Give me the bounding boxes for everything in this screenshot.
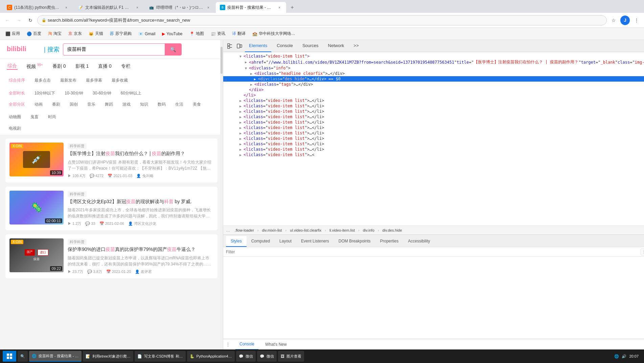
reload-button[interactable]: ↻ xyxy=(26,16,35,25)
expand-arrow-6[interactable]: ▶ xyxy=(250,83,254,86)
devtools-tab-sources[interactable]: Sources xyxy=(298,40,323,52)
filter-region-美食[interactable]: 美食 xyxy=(191,101,203,108)
filter-dur-all[interactable]: 全部时长 xyxy=(7,90,27,97)
expand-arrow-2[interactable]: ▶ xyxy=(245,60,249,64)
expand-arrow-5[interactable]: ▶ xyxy=(254,77,258,81)
menu-button[interactable]: ⋮ xyxy=(632,16,641,25)
bottom-tab-properties[interactable]: Properties xyxy=(375,236,404,247)
dom-line-14[interactable]: ▶ <li class="video-item list">…</li> xyxy=(223,125,644,130)
bookmark-hust[interactable]: 🏫 华中科技大学网络… xyxy=(250,29,298,38)
taskbar-item-search[interactable]: 🔍 xyxy=(18,351,28,362)
filter-input[interactable] xyxy=(226,250,638,254)
devtools-tab-elements[interactable]: Elements xyxy=(245,40,271,52)
start-button[interactable] xyxy=(3,351,16,362)
expand-arrow-13[interactable]: ▶ xyxy=(239,121,244,124)
filter-region-生活[interactable]: 生活 xyxy=(173,101,185,108)
devtools-settings-icon[interactable]: ⚙ xyxy=(642,41,644,51)
bili-nav-直播[interactable]: 直播 0 xyxy=(97,63,112,69)
expand-arrow-14[interactable]: ▶ xyxy=(239,126,244,130)
expand-arrow-15[interactable]: ▶ xyxy=(239,131,244,135)
dom-line-19[interactable]: ▶ <li class="video-item list">…< xyxy=(223,152,644,157)
filter-sort-收藏[interactable]: 最多收藏 xyxy=(110,77,130,84)
video-title-1[interactable]: 【医学博士】注射疫苗我们在怕什么？ | 疫苗的副作用？ xyxy=(68,150,213,157)
bili-nav-影视[interactable]: 影视 1 xyxy=(75,63,90,69)
bookmark-map[interactable]: 📍 地图 xyxy=(187,29,207,38)
taskbar-bilibili[interactable]: 🌐 疫苗科普 - 搜索结果 - … xyxy=(29,351,82,362)
expand-arrow-11[interactable]: ▶ xyxy=(239,110,244,113)
dom-line-11[interactable]: ▶ <li class="video-item list">…</li> xyxy=(223,109,644,114)
filter-region-音乐[interactable]: 音乐 xyxy=(85,101,97,108)
taskbar-wechat2[interactable]: 💬 微信 xyxy=(257,351,277,362)
dom-line-7[interactable]: ▶ </div> xyxy=(223,87,644,92)
tab-4[interactable]: B 疫苗科普 - 搜索结果 - 哔哩哔哩… × xyxy=(216,2,286,13)
filter-region-时尚[interactable]: 时尚 xyxy=(46,113,58,121)
dom-line-16[interactable]: ▶ <li class="video-item list">…</li> xyxy=(223,136,644,141)
tab-1[interactable]: C (11条消息) python爬虫实战(十)… × xyxy=(3,2,73,13)
bottom-tab-styles[interactable]: Styles xyxy=(226,236,247,247)
expand-arrow-18[interactable]: ▶ xyxy=(239,148,244,151)
bookmark-gmail[interactable]: 📧 Gmail xyxy=(136,29,158,38)
filter-region-数码[interactable]: 数码 xyxy=(156,101,168,108)
filter-sort-点击[interactable]: 最多点击 xyxy=(32,77,53,84)
dom-line-9[interactable]: ▶ <li class="video-item list">…</li> xyxy=(223,98,644,103)
filter-dur-10-30[interactable]: 10-30分钟 xyxy=(63,90,85,97)
forward-button[interactable]: → xyxy=(14,16,24,25)
new-tab-button[interactable]: + xyxy=(287,2,298,13)
filter-dur-60[interactable]: 60分钟以上 xyxy=(119,90,143,97)
filter-region-知识[interactable]: 知识 xyxy=(138,101,150,108)
filter-dur-30-60[interactable]: 30-60分钟 xyxy=(91,90,113,97)
filter-sort-综合[interactable]: 综合排序 xyxy=(7,77,27,84)
tab-4-close[interactable]: × xyxy=(277,5,282,10)
console-tab-active[interactable]: Console xyxy=(235,339,258,349)
bottom-tab-event-listeners[interactable]: Event Listeners xyxy=(296,236,334,247)
profile-button[interactable]: J xyxy=(620,16,630,25)
filter-region-鬼畜[interactable]: 鬼畜 xyxy=(28,113,41,121)
dom-line-1[interactable]: ▼ <li class="video-item list" > xyxy=(223,54,644,59)
bili-nav-番剧[interactable]: 番剧 0 xyxy=(52,63,67,69)
bookmark-tianmao[interactable]: 🐱 天猫 xyxy=(86,29,106,38)
bookmark-suning[interactable]: 苏 苏宁易购 xyxy=(107,29,134,38)
devtools-tab-network[interactable]: Network xyxy=(324,40,348,52)
console-drag-icon[interactable]: ⋮ xyxy=(226,342,233,347)
expand-arrow-1[interactable]: ▼ xyxy=(239,55,244,58)
taskbar-imgviewer[interactable]: 🖼 图片查看 xyxy=(278,351,304,362)
breadcrumb-div-des-hide[interactable]: div.des.hide xyxy=(380,228,404,233)
breadcrumb-ellipsis[interactable]: … xyxy=(226,228,230,233)
video-title-3[interactable]: 保护率90%的进口疫苗真的比保护率79%的国产疫苗牛逼么？ xyxy=(68,246,213,253)
dom-line-10[interactable]: ▶ <li class="video-item list">…</li> xyxy=(223,103,644,109)
expand-arrow-3[interactable]: ▼ xyxy=(245,66,249,70)
bili-nav-综合[interactable]: 综合 xyxy=(7,63,18,70)
video-title-2[interactable]: 【湾区文化沙龙Ep32】新冠疫苗的现状解读与科普 by 罗威. xyxy=(68,198,213,205)
bookmark-translate[interactable]: 译 翻译 xyxy=(229,29,248,38)
breadcrumb-flow-loader[interactable]: .flow-loader xyxy=(233,228,256,233)
breadcrumb-mixin-list[interactable]: div.mixin-list xyxy=(260,228,284,233)
filter-region-游戏[interactable]: 游戏 xyxy=(120,101,133,108)
filter-region-动物圈[interactable]: 动物圈 xyxy=(7,113,23,121)
bookmark-youtube[interactable]: ▶ YouTube xyxy=(159,29,185,38)
expand-arrow-10[interactable]: ▶ xyxy=(239,104,244,108)
bottom-tab-dom-breakpoints[interactable]: DOM Breakpoints xyxy=(334,236,375,247)
video-thumb-1[interactable]: 💉 X·OIN 10:39 xyxy=(9,143,64,176)
dom-line-4[interactable]: ▶ <div class="headline clearfix">…</div> xyxy=(223,71,644,76)
devtools-tab-more[interactable]: >> xyxy=(349,40,363,52)
bookmark-jd[interactable]: 京 京东 xyxy=(66,29,85,38)
filter-region-国创[interactable]: 国创 xyxy=(68,101,80,108)
console-tab-whatsnew[interactable]: What's New xyxy=(261,339,291,349)
dom-line-17[interactable]: ▶ <li class="video-item list">…</li> xyxy=(223,141,644,147)
bili-nav-视频[interactable]: 视频 99+ xyxy=(26,63,44,70)
filter-region-all[interactable]: 全部分区 xyxy=(7,101,27,108)
filter-region-动画[interactable]: 动画 xyxy=(32,101,45,108)
tab-3[interactable]: 📺 哔哩哔哩（*・ω・)つロ 干杯~--bili… × xyxy=(145,2,215,13)
bookmark-button[interactable]: ☆ xyxy=(609,16,618,25)
dom-line-18[interactable]: ▶ <li class="video-item list">…</li> xyxy=(223,147,644,152)
dom-line-12[interactable]: ▶ <li class="video-item list">…</li> xyxy=(223,114,644,120)
bookmark-taobao[interactable]: 淘 淘宝 xyxy=(45,29,64,38)
expand-arrow-16[interactable]: ▶ xyxy=(239,137,244,141)
bili-search-input[interactable] xyxy=(63,47,165,52)
taskbar-csdn[interactable]: 📄 写文章-CSDN博客 和… xyxy=(135,351,186,362)
bili-search-box[interactable]: 🔍 xyxy=(63,43,182,56)
breadcrumb-video-item[interactable]: li.video-item.list xyxy=(327,228,357,233)
bottom-tab-layout[interactable]: Layout xyxy=(275,236,296,247)
expand-arrow-4[interactable]: ▶ xyxy=(250,72,254,76)
filter-sort-发布[interactable]: 最新发布 xyxy=(58,77,78,84)
